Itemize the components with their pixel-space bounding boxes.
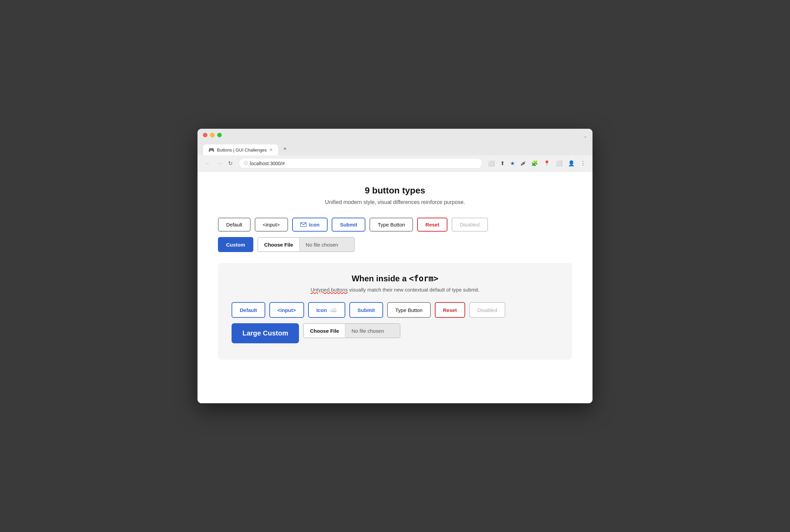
form-file-no-chosen-label: No file chosen [345,324,400,338]
form-buttons-row-1: Default <input> Icon ☁️ Submit Type Butt… [232,302,558,318]
pin-icon[interactable]: 📍 [542,159,552,168]
form-reset-button[interactable]: Reset [435,302,465,318]
minimize-button[interactable] [210,133,215,137]
file-input-wrapper: Choose File No file chosen [257,237,355,252]
default-button[interactable]: Default [218,218,251,232]
close-button[interactable] [203,133,207,137]
sidebar-icon[interactable]: ⬜ [554,159,564,168]
submit-button[interactable]: Submit [332,218,365,232]
url-text: localhost:3000/# [250,161,285,166]
icon-button[interactable]: Icon [292,218,328,232]
form-file-input-wrapper: Choose File No file chosen [303,323,400,338]
share-icon[interactable]: ⬆ [499,159,506,168]
refresh-button[interactable]: ↻ [226,159,235,168]
nav-buttons: ← → ↻ [203,159,235,168]
tab-title: Buttons | GUI Challenges [217,147,267,153]
tab-close-icon[interactable]: ✕ [269,147,273,152]
profile-icon[interactable]: 👤 [567,159,576,168]
form-section-subtitle: Untyped buttons visually match their new… [232,287,558,293]
form-submit-button[interactable]: Submit [349,302,383,318]
form-icon-button[interactable]: Icon ☁️ [308,302,345,318]
form-buttons-row-2: Large Custom Choose File No file chosen [232,323,558,343]
menu-icon[interactable]: ⋮ [579,159,587,168]
extensions-icon[interactable]: 🧩 [530,159,539,168]
browser-toolbar-icons: ⬜ ⬆ ★ 🌶 🧩 📍 ⬜ 👤 ⋮ [487,159,587,168]
lock-icon: ⓘ [244,160,248,166]
cloud-icon: ☁️ [330,306,337,314]
active-tab[interactable]: 🎮 Buttons | GUI Challenges ✕ [203,144,278,155]
form-type-button[interactable]: Type Button [387,302,431,318]
section1-subtitle: Unified modern style, visual differences… [218,199,572,205]
chevron-down-icon[interactable]: ⌄ [584,134,587,139]
buttons-row-1: Default <input> Icon Submit Type Button … [218,218,572,232]
page-content: 9 button types Unified modern style, vis… [198,172,592,403]
input-button[interactable]: <input> [255,218,288,232]
extension-icon-1[interactable]: 🌶 [519,159,527,168]
form-default-button[interactable]: Default [232,302,265,318]
address-bar: ← → ↻ ⓘ localhost:3000/# ⬜ ⬆ ★ 🌶 🧩 📍 ⬜ 👤… [198,155,592,172]
buttons-row-2: Custom Choose File No file chosen [218,237,572,252]
form-disabled-button: Disabled [469,302,505,318]
new-tab-button[interactable]: + [280,143,290,155]
maximize-button[interactable] [217,133,222,137]
choose-file-button[interactable]: Choose File [258,238,300,251]
reset-button[interactable]: Reset [417,218,447,232]
back-button[interactable]: ← [203,159,212,168]
custom-button[interactable]: Custom [218,237,253,252]
large-custom-button[interactable]: Large Custom [232,323,299,343]
title-bar: ⌄ 🎮 Buttons | GUI Challenges ✕ + [198,129,592,155]
bookmark-icon[interactable]: ★ [509,159,516,168]
form-section: When inside a <form> Untyped buttons vis… [218,263,572,360]
form-choose-file-button[interactable]: Choose File [304,324,345,338]
browser-window: ⌄ 🎮 Buttons | GUI Challenges ✕ + ← → ↻ ⓘ… [198,129,592,403]
disabled-button: Disabled [452,218,488,232]
tab-icon: 🎮 [208,147,214,153]
form-input-button[interactable]: <input> [269,302,304,318]
section1-title: 9 button types [218,185,572,196]
forward-button[interactable]: → [215,159,224,168]
tabs-row: 🎮 Buttons | GUI Challenges ✕ + [203,143,587,155]
traffic-lights [203,133,222,137]
envelope-icon [300,222,306,227]
form-section-title: When inside a <form> [232,274,558,283]
external-link-icon[interactable]: ⬜ [487,159,496,168]
type-button[interactable]: Type Button [369,218,413,232]
url-bar[interactable]: ⓘ localhost:3000/# [239,158,483,169]
file-no-chosen-label: No file chosen [300,238,354,251]
